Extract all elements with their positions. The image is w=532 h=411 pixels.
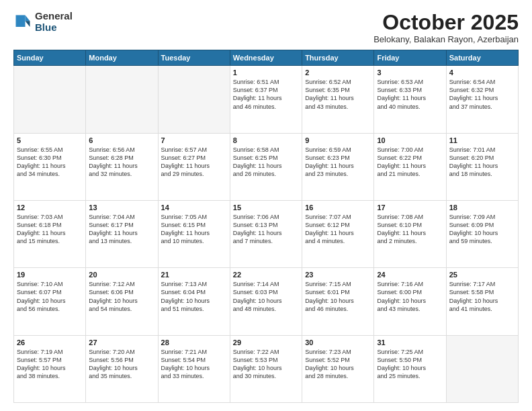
week-row-5: 26Sunrise: 7:19 AMSunset: 5:57 PMDayligh… (14, 335, 519, 402)
calendar-cell: 4Sunrise: 6:54 AMSunset: 6:32 PMDaylight… (446, 66, 518, 133)
day-number: 27 (89, 338, 154, 347)
day-info: Sunrise: 6:51 AMSunset: 6:37 PMDaylight:… (233, 78, 299, 111)
day-number: 24 (377, 271, 443, 279)
day-number: 18 (449, 203, 515, 212)
day-info: Sunrise: 6:52 AMSunset: 6:35 PMDaylight:… (305, 78, 371, 111)
day-number: 3 (377, 68, 443, 77)
day-number: 15 (233, 203, 299, 212)
week-row-2: 5Sunrise: 6:55 AMSunset: 6:30 PMDaylight… (14, 133, 519, 200)
day-info: Sunrise: 7:04 AMSunset: 6:17 PMDaylight:… (89, 213, 154, 246)
calendar-cell: 25Sunrise: 7:17 AMSunset: 5:58 PMDayligh… (446, 268, 518, 335)
col-thursday: Thursday (302, 50, 374, 66)
day-number: 9 (305, 136, 371, 144)
week-row-4: 19Sunrise: 7:10 AMSunset: 6:07 PMDayligh… (14, 268, 519, 335)
svg-marker-1 (26, 21, 30, 27)
day-info: Sunrise: 7:25 AMSunset: 5:50 PMDaylight:… (377, 348, 443, 381)
logo-general: General (35, 11, 73, 22)
day-number: 20 (89, 271, 154, 279)
calendar-cell: 24Sunrise: 7:16 AMSunset: 6:00 PMDayligh… (374, 268, 446, 335)
day-number: 28 (161, 338, 227, 347)
calendar-cell: 10Sunrise: 7:00 AMSunset: 6:22 PMDayligh… (374, 133, 446, 200)
day-number: 14 (161, 203, 227, 212)
day-number: 21 (161, 271, 227, 279)
col-monday: Monday (86, 50, 158, 66)
day-info: Sunrise: 7:17 AMSunset: 5:58 PMDaylight:… (449, 280, 515, 313)
day-number: 13 (89, 203, 154, 212)
calendar-cell: 26Sunrise: 7:19 AMSunset: 5:57 PMDayligh… (14, 335, 86, 402)
day-number: 23 (305, 271, 371, 279)
day-info: Sunrise: 7:07 AMSunset: 6:12 PMDaylight:… (305, 213, 371, 246)
calendar-cell: 11Sunrise: 7:01 AMSunset: 6:20 PMDayligh… (446, 133, 518, 200)
day-info: Sunrise: 6:58 AMSunset: 6:25 PMDaylight:… (233, 146, 299, 179)
calendar-cell: 16Sunrise: 7:07 AMSunset: 6:12 PMDayligh… (302, 200, 374, 267)
day-number: 30 (305, 338, 371, 347)
day-number: 4 (449, 68, 515, 77)
day-number: 7 (161, 136, 227, 144)
day-number: 12 (17, 203, 83, 212)
page: General Blue October 2025 Belokany, Bala… (0, 0, 532, 411)
day-info: Sunrise: 7:22 AMSunset: 5:53 PMDaylight:… (233, 348, 299, 381)
day-info: Sunrise: 7:12 AMSunset: 6:06 PMDaylight:… (89, 280, 154, 313)
day-number: 16 (305, 203, 371, 212)
calendar-cell: 31Sunrise: 7:25 AMSunset: 5:50 PMDayligh… (374, 335, 446, 402)
month-title: October 2025 (373, 11, 519, 34)
day-info: Sunrise: 7:15 AMSunset: 6:01 PMDaylight:… (305, 280, 371, 313)
calendar-cell: 7Sunrise: 6:57 AMSunset: 6:27 PMDaylight… (158, 133, 230, 200)
calendar-cell (446, 335, 518, 402)
logo: General Blue (13, 11, 73, 33)
day-number: 31 (377, 338, 443, 347)
calendar-cell (86, 66, 158, 133)
day-number: 22 (233, 271, 299, 279)
day-info: Sunrise: 6:57 AMSunset: 6:27 PMDaylight:… (161, 146, 227, 179)
calendar-cell: 28Sunrise: 7:21 AMSunset: 5:54 PMDayligh… (158, 335, 230, 402)
calendar-cell: 30Sunrise: 7:23 AMSunset: 5:52 PMDayligh… (302, 335, 374, 402)
day-info: Sunrise: 7:16 AMSunset: 6:00 PMDaylight:… (377, 280, 443, 313)
day-number: 5 (17, 136, 83, 144)
calendar-cell: 2Sunrise: 6:52 AMSunset: 6:35 PMDaylight… (302, 66, 374, 133)
logo-blue: Blue (35, 22, 73, 34)
calendar-cell: 20Sunrise: 7:12 AMSunset: 6:06 PMDayligh… (86, 268, 158, 335)
day-number: 6 (89, 136, 154, 144)
calendar-cell: 5Sunrise: 6:55 AMSunset: 6:30 PMDaylight… (14, 133, 86, 200)
day-info: Sunrise: 7:00 AMSunset: 6:22 PMDaylight:… (377, 146, 443, 179)
week-row-3: 12Sunrise: 7:03 AMSunset: 6:18 PMDayligh… (14, 200, 519, 267)
day-info: Sunrise: 6:53 AMSunset: 6:33 PMDaylight:… (377, 78, 443, 111)
day-info: Sunrise: 7:01 AMSunset: 6:20 PMDaylight:… (449, 146, 515, 179)
calendar-cell: 22Sunrise: 7:14 AMSunset: 6:03 PMDayligh… (230, 268, 302, 335)
day-info: Sunrise: 7:10 AMSunset: 6:07 PMDaylight:… (17, 280, 83, 313)
calendar-cell: 15Sunrise: 7:06 AMSunset: 6:13 PMDayligh… (230, 200, 302, 267)
calendar-table: Sunday Monday Tuesday Wednesday Thursday… (13, 50, 519, 403)
day-number: 19 (17, 271, 83, 279)
calendar-cell (158, 66, 230, 133)
calendar-cell: 19Sunrise: 7:10 AMSunset: 6:07 PMDayligh… (14, 268, 86, 335)
day-info: Sunrise: 7:09 AMSunset: 6:09 PMDaylight:… (449, 213, 515, 246)
day-number: 1 (233, 68, 299, 77)
calendar-cell: 27Sunrise: 7:20 AMSunset: 5:56 PMDayligh… (86, 335, 158, 402)
day-info: Sunrise: 7:14 AMSunset: 6:03 PMDaylight:… (233, 280, 299, 313)
day-info: Sunrise: 7:05 AMSunset: 6:15 PMDaylight:… (161, 213, 227, 246)
day-number: 17 (377, 203, 443, 212)
day-info: Sunrise: 7:23 AMSunset: 5:52 PMDaylight:… (305, 348, 371, 381)
day-info: Sunrise: 7:21 AMSunset: 5:54 PMDaylight:… (161, 348, 227, 381)
col-sunday: Sunday (14, 50, 86, 66)
logo-text: General Blue (35, 11, 73, 33)
day-info: Sunrise: 7:06 AMSunset: 6:13 PMDaylight:… (233, 213, 299, 246)
location: Belokany, Balakan Rayon, Azerbaijan (373, 34, 519, 44)
calendar-cell (14, 66, 86, 133)
calendar-cell: 14Sunrise: 7:05 AMSunset: 6:15 PMDayligh… (158, 200, 230, 267)
day-number: 25 (449, 271, 515, 279)
calendar-cell: 9Sunrise: 6:59 AMSunset: 6:23 PMDaylight… (302, 133, 374, 200)
day-info: Sunrise: 7:19 AMSunset: 5:57 PMDaylight:… (17, 348, 83, 381)
day-info: Sunrise: 6:56 AMSunset: 6:28 PMDaylight:… (89, 146, 154, 179)
day-number: 2 (305, 68, 371, 77)
calendar-cell: 17Sunrise: 7:08 AMSunset: 6:10 PMDayligh… (374, 200, 446, 267)
day-number: 8 (233, 136, 299, 144)
day-info: Sunrise: 7:20 AMSunset: 5:56 PMDaylight:… (89, 348, 154, 381)
calendar-cell: 1Sunrise: 6:51 AMSunset: 6:37 PMDaylight… (230, 66, 302, 133)
svg-marker-0 (26, 15, 30, 21)
calendar-header-row: Sunday Monday Tuesday Wednesday Thursday… (14, 50, 519, 66)
calendar-cell: 23Sunrise: 7:15 AMSunset: 6:01 PMDayligh… (302, 268, 374, 335)
calendar-cell: 29Sunrise: 7:22 AMSunset: 5:53 PMDayligh… (230, 335, 302, 402)
day-number: 10 (377, 136, 443, 144)
title-block: October 2025 Belokany, Balakan Rayon, Az… (373, 11, 519, 44)
